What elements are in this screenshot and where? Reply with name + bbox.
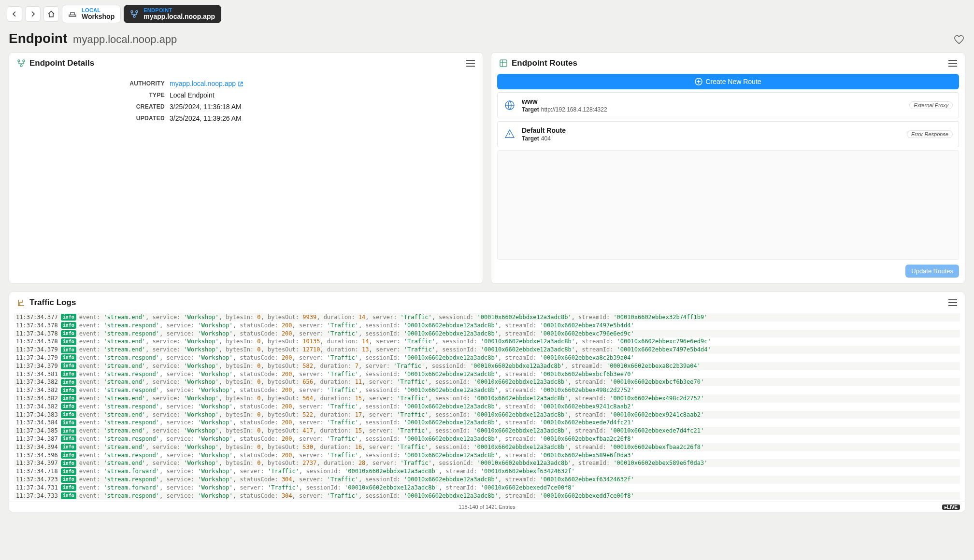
detail-row-authority: AUTHORITYmyapp.local.noop.app	[20, 78, 472, 89]
log-row: 11:37:34.379 info event: 'stream.respond…	[14, 354, 960, 362]
log-level-badge: info	[61, 387, 76, 394]
nav-forward-button[interactable]	[25, 6, 41, 22]
log-message: event: 'stream.respond', service: 'Works…	[79, 354, 634, 362]
log-message: event: 'stream.respond', service: 'Works…	[79, 492, 634, 500]
route-target: 404	[541, 135, 551, 142]
routes-empty-area	[497, 150, 959, 260]
log-level-badge: info	[61, 338, 76, 345]
log-row: 11:37:34.383 info event: 'stream.end', s…	[14, 411, 960, 419]
log-level-badge: info	[61, 428, 76, 434]
log-timestamp: 11:37:34.382	[16, 378, 58, 386]
log-timestamp: 11:37:34.397	[16, 459, 58, 467]
log-timestamp: 11:37:34.387	[16, 435, 58, 443]
svg-point-5	[23, 60, 25, 62]
log-message: event: 'stream.end', service: 'Workshop'…	[79, 459, 708, 467]
logs-icon	[17, 298, 26, 307]
log-row: 11:37:34.377 info event: 'stream.end', s…	[14, 313, 960, 322]
log-level-badge: info	[61, 420, 76, 426]
log-row: 11:37:34.394 info event: 'stream.end', s…	[14, 443, 960, 451]
log-message: event: 'stream.end', service: 'Workshop'…	[79, 411, 704, 419]
log-message: event: 'stream.end', service: 'Workshop'…	[79, 394, 704, 403]
page-subtitle: myapp.local.noop.app	[73, 33, 177, 45]
log-message: event: 'stream.end', service: 'Workshop'…	[79, 346, 711, 354]
log-message: event: 'stream.respond', service: 'Works…	[79, 419, 634, 427]
menu-icon	[948, 299, 957, 306]
breadcrumb-myapp-local-noop-app[interactable]: ENDPOINTmyapp.local.noop.app	[124, 5, 221, 23]
menu-icon	[948, 60, 957, 67]
globe-icon	[503, 99, 516, 112]
update-routes-button[interactable]: Update Routes	[905, 265, 959, 278]
panel-menu-button[interactable]	[948, 60, 957, 67]
log-timestamp: 11:37:34.382	[16, 386, 58, 394]
logs-body[interactable]: 11:37:34.377 info event: 'stream.end', s…	[9, 313, 965, 502]
log-row: 11:37:34.385 info event: 'stream.end', s…	[14, 427, 960, 435]
log-message: event: 'stream.end', service: 'Workshop'…	[79, 443, 704, 451]
panel-title: Endpoint Routes	[512, 58, 577, 68]
log-timestamp: 11:37:34.396	[16, 451, 58, 460]
log-timestamp: 11:37:34.377	[16, 313, 58, 322]
endpoint-icon	[130, 10, 139, 18]
panel-menu-button[interactable]	[466, 60, 475, 67]
route-badge: Error Response	[907, 130, 953, 138]
routes-icon	[499, 59, 508, 68]
route-name: Default Route	[522, 126, 566, 134]
log-row: 11:37:34.387 info event: 'stream.respond…	[14, 435, 960, 443]
log-row: 11:37:34.379 info event: 'stream.end', s…	[14, 346, 960, 354]
log-row: 11:37:34.378 info event: 'stream.respond…	[14, 330, 960, 338]
route-item-default-route[interactable]: Default Route Target404 Error Response	[497, 121, 959, 147]
log-level-badge: info	[61, 322, 76, 329]
log-level-badge: info	[61, 468, 76, 475]
log-level-badge: info	[61, 379, 76, 386]
log-timestamp: 11:37:34.382	[16, 394, 58, 403]
home-button[interactable]	[43, 6, 59, 22]
log-message: event: 'stream.forward', service: 'Works…	[79, 484, 575, 492]
log-message: event: 'stream.end', service: 'Workshop'…	[79, 313, 708, 322]
chevron-right-icon	[30, 11, 36, 17]
log-level-badge: info	[61, 492, 76, 499]
log-level-badge: info	[61, 444, 76, 450]
log-row: 11:37:34.378 info event: 'stream.end', s…	[14, 337, 960, 346]
favorite-button[interactable]	[953, 34, 965, 46]
traffic-logs-panel: Traffic Logs 11:37:34.377 info event: 's…	[9, 292, 965, 512]
log-timestamp: 11:37:34.378	[16, 322, 58, 330]
log-timestamp: 11:37:34.733	[16, 492, 58, 500]
page-title: Endpoint myapp.local.noop.app	[9, 31, 177, 46]
page-header: Endpoint myapp.local.noop.app	[0, 28, 974, 52]
log-level-badge: info	[61, 476, 76, 483]
heart-icon	[954, 35, 964, 45]
route-item-www[interactable]: www Targethttp://192.168.4.128:4322 Exte…	[497, 92, 959, 118]
log-row: 11:37:34.731 info event: 'stream.forward…	[14, 484, 960, 492]
log-row: 11:37:34.379 info event: 'stream.end', s…	[14, 362, 960, 370]
route-target: http://192.168.4.128:4322	[541, 106, 607, 113]
log-message: event: 'stream.end', service: 'Workshop'…	[79, 337, 711, 346]
log-level-badge: info	[61, 363, 76, 369]
svg-rect-7	[500, 60, 507, 67]
log-level-badge: info	[61, 314, 76, 321]
log-message: event: 'stream.end', service: 'Workshop'…	[79, 427, 704, 435]
panel-menu-button[interactable]	[948, 299, 957, 306]
route-name: www	[522, 98, 607, 105]
create-route-button[interactable]: Create New Route	[497, 74, 959, 89]
log-message: event: 'stream.respond', service: 'Works…	[79, 403, 634, 411]
log-message: event: 'stream.end', service: 'Workshop'…	[79, 362, 701, 370]
live-badge: ▸LIVE	[942, 504, 960, 510]
log-timestamp: 11:37:34.718	[16, 467, 58, 476]
log-row: 11:37:34.382 info event: 'stream.end', s…	[14, 394, 960, 403]
log-timestamp: 11:37:34.383	[16, 411, 58, 419]
endpoint-details-panel: Endpoint Details AUTHORITYmyapp.local.no…	[9, 52, 483, 284]
log-message: event: 'stream.respond', service: 'Works…	[79, 435, 634, 443]
log-level-badge: info	[61, 460, 76, 467]
log-message: event: 'stream.respond', service: 'Works…	[79, 370, 634, 378]
svg-point-3	[133, 15, 135, 17]
endpoint-routes-panel: Endpoint Routes Create New Route www Tar…	[491, 52, 965, 284]
log-level-badge: info	[61, 435, 76, 442]
log-timestamp: 11:37:34.379	[16, 346, 58, 354]
svg-point-2	[136, 11, 138, 13]
log-timestamp: 11:37:34.378	[16, 330, 58, 338]
breadcrumb-workshop[interactable]: LOCALWorkshop	[62, 5, 121, 23]
log-timestamp: 11:37:34.723	[16, 476, 58, 484]
nav-back-button[interactable]	[7, 6, 22, 22]
log-message: event: 'stream.end', service: 'Workshop'…	[79, 378, 704, 386]
log-message: event: 'stream.respond', service: 'Works…	[79, 386, 634, 394]
log-timestamp: 11:37:34.382	[16, 403, 58, 411]
